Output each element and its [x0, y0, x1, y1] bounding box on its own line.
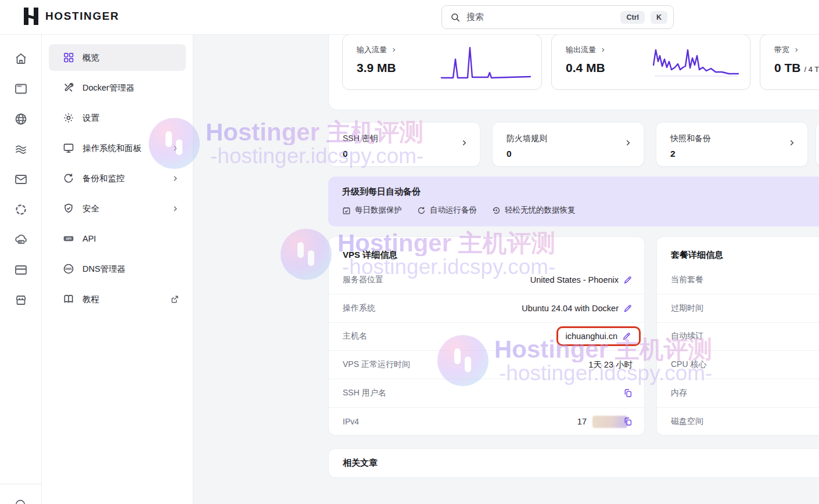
hpanel-vps-overview: 输入流量 3.9 MB 输出流量 0.4 MB [0, 0, 819, 504]
domains-globe-icon[interactable] [14, 112, 28, 126]
sidebar-item-docker-manager[interactable]: Docker管理器 [49, 74, 186, 101]
disk-space-row: 磁盘空间 [657, 408, 819, 436]
uptime-value: 1天 23 小时 [588, 359, 633, 370]
bandwidth-card[interactable]: 带宽 0 TB / 4 TB [760, 34, 819, 90]
home-icon[interactable] [14, 52, 28, 66]
ssh-keys-count: 0 [343, 149, 348, 159]
sidebar-item-label: 安全 [82, 203, 163, 214]
auto-refresh-icon [417, 206, 426, 215]
feature-label: 每日数据保护 [355, 205, 402, 215]
related-articles-title: 相关文章 [343, 458, 378, 469]
marketplace-icon[interactable] [14, 293, 28, 307]
websites-icon[interactable] [14, 82, 28, 96]
bandwidth-limit: / 4 TB [804, 65, 819, 74]
bandwidth-label: 带宽 [774, 45, 789, 55]
chevron-right-icon [624, 139, 632, 147]
tools-icon [63, 82, 74, 93]
edit-pencil-icon[interactable] [623, 275, 633, 285]
firewall-rules-label: 防火墙规则 [507, 134, 547, 144]
banner-title: 升级到每日自动备份 [342, 186, 421, 197]
search-input[interactable]: 搜索 Ctrl K [441, 5, 674, 29]
brand-wordmark: HOSTINGER [45, 10, 119, 23]
sidebar-item-security[interactable]: 安全 [49, 195, 186, 222]
vps-layers-icon[interactable] [14, 142, 28, 156]
daily-backup-upgrade-banner[interactable]: 升级到每日自动备份 每日数据保护 自动运行备份 [328, 177, 819, 226]
server-location-row: 服务器位置 United States - Phoenix [329, 266, 644, 294]
sidebar-item-overview[interactable]: 概览 [49, 44, 186, 71]
operating-system-value: Ubuntu 24.04 with Docker [522, 304, 619, 313]
traffic-in-sparkline [440, 41, 532, 86]
firewall-rules-card[interactable]: 防火墙规则 0 [492, 122, 644, 167]
email-icon[interactable] [14, 172, 28, 186]
ipv4-value-partial: 17 [577, 417, 587, 426]
hostname-row: 主机名 ichuanghui.cn [329, 323, 644, 351]
related-articles-card: 相关文章 [328, 448, 819, 478]
feature-label: 自动运行备份 [430, 205, 477, 215]
rail-divider [0, 484, 41, 484]
svg-text:API: API [66, 237, 71, 240]
hostname-highlight-box: ichuanghui.cn [556, 326, 641, 346]
operating-system-row: 操作系统 Ubuntu 24.04 with Docker [329, 294, 644, 323]
vps-details-card: VPS 详细信息 服务器位置 United States - Phoenix 操… [328, 236, 645, 435]
traffic-out-sparkline [652, 41, 741, 86]
hostinger-logo[interactable]: HOSTINGER [23, 8, 119, 25]
sidebar-item-label: 备份和监控 [82, 173, 163, 184]
chevron-right-icon [600, 47, 606, 53]
gear-icon [63, 112, 74, 124]
search-icon [450, 12, 461, 23]
chevron-right-icon [171, 145, 179, 152]
help-headset-icon[interactable] [14, 498, 28, 504]
chevron-right-icon [460, 139, 468, 147]
traffic-in-label: 输入流量 [357, 45, 387, 55]
plan-details-card: 套餐详细信息 当前套餐 过期时间 自动续订 CPU 核心 内存 磁盘空间 [656, 236, 819, 435]
ctrl-key-badge: Ctrl [620, 11, 645, 24]
dns-badge-icon: DNS [63, 263, 74, 275]
sidebar-item-os-panel[interactable]: 操作系统和面板 [49, 135, 186, 161]
sidebar-item-label: 操作系统和面板 [82, 143, 163, 154]
vps-sidebar-menu: 概览 Docker管理器 设置 [42, 35, 193, 504]
monitor-icon [63, 142, 74, 154]
ssh-keys-card[interactable]: SSH 密钥 0 [328, 122, 480, 167]
restore-history-icon [492, 206, 501, 215]
traffic-out-value: 0.4 MB [566, 61, 605, 75]
ipv4-redaction-blur [592, 416, 627, 428]
sidebar-item-label: 教程 [82, 294, 162, 305]
sidebar-item-label: 设置 [82, 113, 179, 124]
chevron-right-icon [788, 139, 796, 147]
hostname-value: ichuanghui.cn [566, 332, 618, 341]
refresh-icon [63, 172, 74, 184]
book-icon [63, 293, 74, 305]
auto-renewal-row: 自动续订 [657, 323, 819, 351]
cloud-server-icon[interactable] [14, 233, 28, 247]
billing-card-icon[interactable] [14, 263, 28, 277]
traffic-out-card[interactable]: 输出流量 0.4 MB [551, 34, 750, 90]
icon-rail [0, 35, 42, 504]
watermark-logo [281, 229, 332, 280]
expiry-date-row: 过期时间 [657, 294, 819, 323]
traffic-out-label: 输出流量 [566, 45, 596, 55]
sidebar-item-dns-manager[interactable]: DNS DNS管理器 [49, 255, 186, 282]
sidebar-item-label: Docker管理器 [82, 82, 179, 93]
traffic-in-card[interactable]: 输入流量 3.9 MB [342, 34, 542, 90]
sidebar-item-settings[interactable]: 设置 [49, 105, 186, 131]
loading-spinner-icon[interactable] [14, 203, 28, 217]
current-plan-row: 当前套餐 [657, 266, 819, 294]
sidebar-item-api[interactable]: API API [49, 225, 186, 252]
edit-pencil-icon[interactable] [623, 304, 633, 313]
ssh-username-row: SSH 用户名 [329, 379, 644, 408]
sidebar-item-backup-monitoring[interactable]: 备份和监控 [49, 165, 186, 192]
grid-icon [63, 52, 74, 63]
ipv4-row: IPv4 17 [329, 408, 644, 436]
next-quick-card-partial[interactable] [816, 122, 819, 167]
copy-icon[interactable] [623, 388, 633, 398]
sidebar-item-label: API [82, 234, 179, 243]
k-key-badge: K [651, 11, 667, 24]
snapshots-backups-card[interactable]: 快照和备份 2 [656, 122, 808, 167]
edit-pencil-icon[interactable] [622, 332, 631, 341]
copy-icon[interactable] [623, 417, 633, 426]
sidebar-item-tutorials[interactable]: 教程 [49, 286, 186, 312]
hostinger-logo-mark [23, 8, 39, 25]
traffic-in-value: 3.9 MB [357, 61, 396, 75]
api-badge-icon: API [63, 233, 74, 244]
chevron-right-icon [391, 47, 397, 53]
